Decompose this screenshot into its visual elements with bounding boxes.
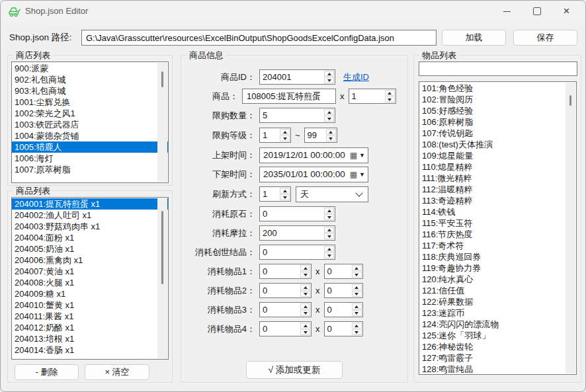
goods-id-spinner[interactable]: 204001 [259,69,335,85]
list-item[interactable]: 115:平安玉符 [419,217,576,229]
spin-up-button[interactable] [352,323,362,329]
begin-time-picker[interactable]: 2019/12/01 00:00:00 ▦ ▼ [259,147,368,163]
clear-button[interactable]: × 清空 [85,364,149,380]
list-item[interactable]: 102:冒险阅历 [419,94,576,105]
list-item[interactable]: 204002:渔人吐司 x1 [12,210,168,221]
generate-id-link[interactable]: 生成ID [343,71,369,83]
list-item[interactable]: 1005:猎鹿人 [12,141,168,153]
spin-down-button[interactable] [326,136,336,141]
refresh-unit-select[interactable]: 天 [296,186,368,202]
limit-level-max-spinner[interactable]: 99 [304,128,337,143]
list-item[interactable]: 125:迷你「羽球」 [419,330,576,341]
close-button[interactable]: × [552,1,581,22]
minimize-button[interactable] [492,1,522,22]
spin-up-button[interactable] [352,265,362,271]
list-item[interactable]: 204004:面粉 x1 [12,232,168,243]
list-item[interactable]: 204014:香肠 x1 [12,344,168,356]
cost-item2-id-spinner[interactable]: 0 [259,283,312,298]
refresh-value-spinner[interactable]: 1 [259,186,291,202]
goods-listbox[interactable]: 204001:提瓦特煎蛋 x1204002:渔人吐司 x1204003:野菇鸡肉… [11,197,169,360]
spin-down-button[interactable] [300,329,310,335]
spin-down-button[interactable] [300,291,310,297]
list-item[interactable]: 119:奇趣协力券 [419,262,576,274]
list-item[interactable]: 204003:野菇鸡肉串 x1 [12,221,168,232]
list-item[interactable]: 204012:奶酪 x1 [12,322,168,333]
shop-listbox[interactable]: 900:派蒙902:礼包商城903:礼包商城1001:尘辉兑换1002:荣光之风… [11,61,169,183]
list-item[interactable]: 902:礼包商城 [12,74,168,85]
list-item[interactable]: 903:礼包商城 [12,85,168,97]
list-item[interactable]: 204011:果酱 x1 [12,311,168,322]
cost-item1-count-spinner[interactable]: 0 [324,264,363,279]
list-item[interactable]: 204005:奶油 x1 [12,243,168,255]
spin-up-button[interactable] [324,71,334,77]
list-item[interactable]: 108:(test)天体推演 [419,139,576,150]
spin-up-button[interactable] [300,284,310,290]
list-item[interactable]: 204009:糖 x1 [12,288,168,299]
list-item[interactable]: 1007:原萃树脂 [12,164,168,175]
spin-down-button[interactable] [352,310,362,316]
scrollbar-thumb[interactable] [161,211,163,284]
list-item[interactable]: 900:派蒙 [12,63,168,74]
item-search-input[interactable] [419,61,577,76]
spin-up-button[interactable] [385,90,395,96]
cost-item4-count-spinner[interactable]: 0 [324,321,363,336]
cost-mora-spinner[interactable]: 200 [259,225,335,241]
list-item[interactable]: 123:迷踪币 [419,307,576,319]
list-item[interactable]: 128:鸣雷纯晶 [419,364,576,375]
spin-down-button[interactable] [324,253,334,258]
list-item[interactable]: 127:鸣雷霰子 [419,352,576,364]
list-item[interactable]: 124:亮闪闪的漂流物 [419,319,576,330]
cost-crystal-spinner[interactable]: 0 [259,245,335,260]
list-item[interactable]: 106:原粹树脂 [419,116,576,128]
spin-up-button[interactable] [324,109,334,115]
list-item[interactable]: 113:奇迹精粹 [419,195,576,206]
list-item[interactable]: 1003:铁匠武器店 [12,119,168,130]
limit-count-spinner[interactable]: 5 [259,108,335,123]
cost-item3-id-spinner[interactable]: 0 [259,302,312,317]
scrollbar-track[interactable] [565,83,575,373]
list-item[interactable]: 117:奇术符 [419,240,576,251]
delete-button[interactable]: - 删除 [15,364,79,380]
list-item[interactable]: 204007:黄油 x1 [12,266,168,277]
spin-down-button[interactable] [352,272,362,278]
spin-down-button[interactable] [280,194,290,200]
load-button[interactable]: 加载 [442,30,506,46]
spin-up-button[interactable] [352,284,362,290]
maximize-button[interactable] [522,1,552,22]
spin-down-button[interactable] [324,77,334,83]
list-item[interactable]: 1004:蒙德杂货铺 [12,130,168,141]
spin-down-button[interactable] [352,291,362,297]
spin-down-button[interactable] [324,116,334,122]
scrollbar-thumb[interactable] [569,95,571,106]
cost-item1-id-spinner[interactable]: 0 [259,264,312,279]
list-item[interactable]: 118:庆典巡回券 [419,251,576,262]
spin-down-button[interactable] [300,272,310,278]
spin-down-button[interactable] [324,233,334,239]
list-item[interactable]: 116:节庆热度 [419,229,576,240]
list-item[interactable]: 112:温暖精粹 [419,184,576,195]
cost-item4-id-spinner[interactable]: 0 [259,321,312,336]
spin-up-button[interactable] [352,303,362,309]
list-item[interactable]: 109:熄星能量 [419,150,576,161]
dropdown-arrow-icon[interactable]: ▼ [359,152,365,159]
list-item[interactable]: 204001:提瓦特煎蛋 x1 [12,198,168,210]
spin-down-button[interactable] [352,329,362,335]
scrollbar-thumb[interactable] [161,71,163,87]
spin-up-button[interactable] [324,227,334,233]
list-item[interactable]: 114:铁钱 [419,206,576,217]
list-item[interactable]: 126:神秘齿轮 [419,341,576,352]
list-item[interactable]: 1002:荣光之风1 [12,108,168,119]
cost-item3-count-spinner[interactable]: 0 [324,302,363,317]
save-button[interactable]: 保存 [513,30,577,46]
list-item[interactable]: 204006:熏禽肉 x1 [12,255,168,266]
items-listbox[interactable]: 101:角色经验102:冒险阅历105:好感经验106:原粹树脂107:传说钥匙… [419,81,577,375]
limit-level-min-spinner[interactable]: 1 [259,128,291,143]
spin-up-button[interactable] [280,188,290,194]
title-bar[interactable]: Shop.json Editor × [1,1,585,22]
list-item[interactable]: 101:角色经验 [419,83,576,94]
spin-down-button[interactable] [280,136,290,141]
spin-up-button[interactable] [280,129,290,135]
spin-down-button[interactable] [324,214,334,220]
cost-item2-count-spinner[interactable]: 0 [324,283,363,298]
spin-up-button[interactable] [326,129,336,135]
